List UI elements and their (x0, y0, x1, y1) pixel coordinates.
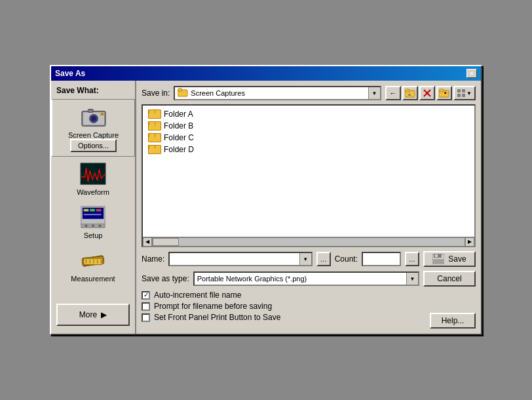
delete-button[interactable] (419, 86, 435, 100)
prompt-filename-label: Prompt for filename before saving (154, 302, 272, 311)
save-disk-icon (432, 254, 444, 264)
name-count-row: Name: ▼ … Count: … Save (142, 251, 476, 267)
waveform-icon (80, 161, 106, 187)
right-panel: Save in: Screen Captures ▼ ← (136, 81, 481, 334)
up-folder-button[interactable] (402, 86, 418, 100)
options-button[interactable]: Options... (70, 139, 117, 152)
folder-item-d[interactable]: Folder D (145, 144, 472, 155)
checkboxes: Auto-increment file name Prompt for file… (142, 290, 476, 329)
save-as-dialog: Save As × Save What: (50, 65, 482, 335)
name-label: Name: (142, 254, 164, 264)
save-in-select[interactable]: Screen Captures ▼ (174, 86, 381, 100)
save-button[interactable]: Save (423, 251, 476, 267)
svg-text:*: * (444, 90, 447, 97)
view-button[interactable]: ▼ (453, 86, 476, 100)
folder-icon-a (148, 110, 160, 119)
svg-point-16 (85, 224, 88, 227)
scroll-track[interactable] (152, 237, 465, 247)
dialog-title: Save As (55, 69, 85, 78)
save-label: Save (448, 254, 466, 264)
last-row: Set Front Panel Print Button to Save Hel… (142, 313, 476, 329)
waveform-label: Waveform (77, 188, 109, 196)
svg-rect-29 (178, 89, 182, 91)
folder-item-a[interactable]: Folder A (145, 108, 472, 120)
svg-rect-31 (406, 89, 409, 92)
new-folder-button[interactable]: * (436, 86, 452, 100)
svg-rect-40 (462, 94, 465, 97)
count-input[interactable] (362, 252, 401, 266)
save-in-value: Screen Captures (191, 89, 245, 97)
name-dropdown-btn[interactable]: ▼ (299, 253, 311, 265)
more-button[interactable]: More ▶ (56, 304, 130, 326)
svg-rect-38 (462, 89, 465, 92)
folder-name-c: Folder C (164, 133, 194, 142)
checkbox-row-auto-increment: Auto-increment file name (142, 290, 476, 300)
file-list[interactable]: Folder A Folder B Folder C Folder D (143, 106, 474, 237)
title-bar-buttons: × (466, 69, 477, 78)
svg-point-17 (92, 224, 94, 227)
checkbox-row-front-panel: Set Front Panel Print Button to Save (142, 313, 280, 322)
save-in-row: Save in: Screen Captures ▼ ← (142, 86, 476, 100)
svg-rect-37 (457, 89, 461, 92)
folder-icon-d (148, 145, 160, 154)
screen-capture-label: Screen Capture (68, 131, 119, 139)
scroll-left-btn[interactable]: ◀ (143, 237, 152, 247)
auto-increment-checkbox[interactable] (142, 291, 150, 300)
dialog-body: Save What: Screen Capture Options... (51, 81, 481, 334)
scroll-thumb[interactable] (153, 238, 179, 246)
front-panel-label: Set Front Panel Print Button to Save (154, 313, 280, 322)
svg-rect-12 (90, 209, 95, 212)
measurement-label: Measurement (71, 275, 115, 283)
save-as-type-label: Save as type: (142, 274, 189, 283)
name-input-container[interactable]: ▼ (168, 252, 312, 266)
svg-rect-14 (84, 214, 102, 215)
setup-label: Setup (84, 231, 103, 239)
svg-rect-44 (433, 259, 444, 264)
svg-rect-13 (96, 209, 102, 212)
toolbar-buttons: ← (385, 86, 476, 100)
sidebar-item-waveform[interactable]: Waveform (51, 157, 135, 200)
save-in-dropdown-arrow[interactable]: ▼ (368, 87, 380, 99)
save-type-value: Portable Network Graphics (*.png) (195, 275, 406, 283)
help-button[interactable]: Help... (430, 313, 476, 329)
save-type-dropdown-arrow[interactable]: ▼ (406, 273, 418, 285)
svg-rect-43 (435, 254, 438, 257)
file-list-container: Folder A Folder B Folder C Folder D (142, 104, 476, 247)
horizontal-scrollbar[interactable]: ◀ ▶ (143, 237, 474, 246)
sidebar-item-measurement[interactable]: Measurement (51, 243, 135, 287)
setup-icon (80, 204, 106, 230)
folder-item-b[interactable]: Folder B (145, 120, 472, 132)
name-dots-button[interactable]: … (316, 252, 331, 266)
camera-icon (81, 104, 107, 130)
front-panel-checkbox[interactable] (142, 313, 150, 322)
svg-rect-35 (440, 89, 444, 92)
back-button[interactable]: ← (385, 86, 401, 100)
close-button[interactable]: × (466, 69, 477, 78)
auto-increment-label: Auto-increment file name (154, 290, 241, 300)
more-label: More (79, 310, 97, 319)
svg-point-3 (91, 116, 96, 121)
view-dropdown-arrow: ▼ (466, 90, 472, 96)
sidebar-item-screen-capture[interactable]: Screen Capture Options... (51, 99, 135, 157)
more-arrow-icon: ▶ (101, 310, 107, 319)
svg-rect-11 (84, 209, 89, 212)
sidebar-item-setup[interactable]: Setup (51, 200, 135, 243)
folder-item-c[interactable]: Folder C (145, 132, 472, 144)
left-panel: Save What: Screen Capture Options... (51, 81, 136, 334)
save-type-select[interactable]: Portable Network Graphics (*.png) ▼ (193, 271, 419, 286)
cancel-button[interactable]: Cancel (423, 271, 476, 287)
folder-name-a: Folder A (164, 110, 193, 119)
count-label: Count: (335, 254, 358, 264)
scroll-right-btn[interactable]: ▶ (465, 237, 474, 247)
checkbox-row-prompt-filename: Prompt for filename before saving (142, 302, 476, 311)
count-dots-button[interactable]: … (405, 252, 419, 266)
folder-icon-b (148, 121, 160, 130)
title-bar: Save As × (51, 66, 481, 81)
prompt-filename-checkbox[interactable] (142, 302, 150, 311)
name-input[interactable] (170, 253, 299, 265)
save-in-label: Save in: (142, 89, 170, 98)
folder-small-icon (178, 88, 188, 99)
measurement-icon (80, 247, 106, 273)
svg-rect-5 (100, 113, 104, 115)
svg-rect-39 (457, 94, 461, 97)
